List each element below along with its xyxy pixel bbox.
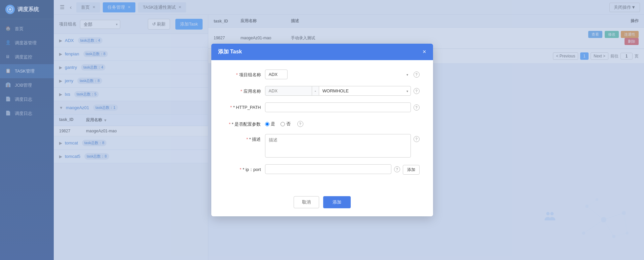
form-row-project-group: * 项目组名称 ADX ▾ ? bbox=[225, 70, 420, 79]
app-row: - WORMHOLE ▾ bbox=[265, 86, 411, 96]
config-param-help-icon[interactable]: ? bbox=[297, 121, 303, 127]
project-group-help-icon[interactable]: ? bbox=[414, 72, 420, 78]
config-param-label-text: * 是否配置参数 bbox=[232, 122, 261, 127]
http-path-form-label: * * HTTP_PATH bbox=[225, 102, 265, 110]
add-task-dialog: 添加 Task × * 项目组名称 ADX ▾ ? bbox=[211, 44, 433, 216]
dialog-close-button[interactable]: × bbox=[423, 48, 426, 55]
radio-no-text: 否 bbox=[286, 121, 291, 127]
http-path-help-icon[interactable]: ? bbox=[414, 104, 420, 111]
radio-yes-label[interactable]: 是 bbox=[265, 121, 275, 127]
app-name-help-icon[interactable]: ? bbox=[414, 88, 420, 94]
dialog-submit-button[interactable]: 添加 bbox=[323, 196, 351, 208]
ip-port-label-text: * ip：port bbox=[243, 167, 261, 172]
http-path-input[interactable] bbox=[265, 102, 411, 112]
app-name-right-select[interactable]: WORMHOLE bbox=[319, 86, 411, 96]
project-group-form-label: * 项目组名称 bbox=[225, 70, 265, 78]
radio-no-label[interactable]: 否 bbox=[281, 121, 291, 127]
ip-port-help-icon[interactable]: ? bbox=[394, 166, 400, 172]
dialog-header: 添加 Task × bbox=[211, 44, 433, 60]
app-name-form-label: * 应用名称 bbox=[225, 86, 265, 94]
modal-overlay: 添加 Task × * 项目组名称 ADX ▾ ? bbox=[0, 0, 644, 260]
desc-textarea[interactable] bbox=[265, 134, 411, 158]
radio-yes-text: 是 bbox=[271, 121, 275, 127]
project-group-label-text: 项目组名称 bbox=[239, 72, 261, 77]
dialog-footer: 取消 添加 bbox=[211, 191, 433, 216]
desc-form-label: * * 描述 bbox=[225, 134, 265, 142]
desc-label-text: * 描述 bbox=[249, 137, 261, 142]
form-row-http-path: * * HTTP_PATH ? bbox=[225, 102, 420, 112]
ip-port-form-label: * * ip：port bbox=[225, 164, 265, 173]
app-select-wrapper: WORMHOLE ▾ bbox=[319, 86, 411, 96]
radio-yes-input[interactable] bbox=[265, 122, 269, 126]
app-name-label-text: 应用名称 bbox=[244, 89, 261, 94]
ip-port-add-button[interactable]: 添加 bbox=[403, 165, 420, 175]
form-row-desc: * * 描述 ? bbox=[225, 134, 420, 158]
dialog-project-group-select[interactable]: ADX bbox=[265, 70, 288, 79]
config-param-form-label: * * 是否配置参数 bbox=[225, 119, 265, 127]
config-param-radio-group: 是 否 ? bbox=[265, 119, 303, 127]
form-row-ip-port: * * ip：port ? 添加 bbox=[225, 164, 420, 175]
ip-port-input[interactable] bbox=[265, 164, 391, 174]
project-group-select-wrapper: ADX ▾ bbox=[265, 70, 411, 79]
dialog-body: * 项目组名称 ADX ▾ ? * 应用名称 bbox=[211, 60, 433, 191]
form-row-app-name: * 应用名称 - WORMHOLE ▾ ? bbox=[225, 86, 420, 96]
app-separator: - bbox=[312, 86, 319, 96]
http-path-label-text: * HTTP_PATH bbox=[233, 105, 261, 110]
dialog-cancel-button[interactable]: 取消 bbox=[294, 196, 319, 208]
desc-help-icon[interactable]: ? bbox=[414, 136, 420, 142]
dialog-title: 添加 Task bbox=[218, 48, 242, 55]
project-group-dropdown-arrow: ▾ bbox=[406, 73, 408, 76]
form-row-config-param: * * 是否配置参数 是 否 ? bbox=[225, 119, 420, 127]
app-name-left-input[interactable] bbox=[265, 86, 312, 96]
radio-no-input[interactable] bbox=[281, 122, 285, 126]
